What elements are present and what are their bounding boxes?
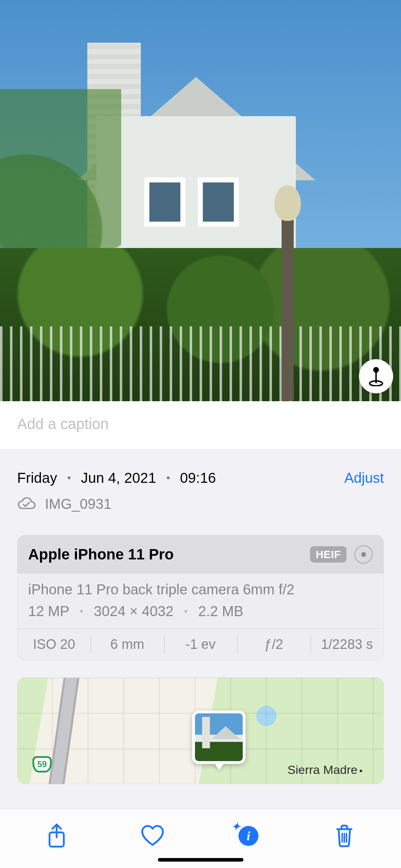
datetime-row: Friday Jun 4, 2021 09:16 Adjust	[17, 449, 384, 486]
photo-fence	[0, 326, 401, 401]
photo-preview[interactable]	[0, 0, 401, 401]
time-label: 09:16	[180, 470, 216, 486]
exif-strip: ISO 20 6 mm -1 ev ƒ/2 1/2283 s	[17, 629, 384, 660]
weekday-label: Friday	[17, 470, 57, 486]
separator-dot	[185, 610, 187, 613]
separator-dot	[68, 476, 71, 479]
info-panel[interactable]: Friday Jun 4, 2021 09:16 Adjust IMG_0931…	[0, 449, 401, 809]
lens-label: iPhone 11 Pro back triple camera 6mm f/2	[28, 582, 373, 598]
info-icon: ✦ i	[238, 826, 258, 846]
photo-window	[144, 177, 185, 227]
share-icon	[47, 823, 67, 849]
cloud-check-icon	[17, 497, 36, 511]
map-photo-pin[interactable]	[192, 711, 246, 764]
caption-input[interactable]	[17, 415, 384, 433]
shutter-label: 1/2283 s	[310, 629, 384, 660]
device-label: Apple iPhone 11 Pro	[28, 546, 174, 563]
info-button[interactable]: ✦ i	[227, 820, 270, 852]
photo-window	[198, 177, 239, 227]
camera-metadata-card: Apple iPhone 11 Pro HEIF iPhone 11 Pro b…	[17, 535, 384, 660]
sparkle-icon: ✦	[231, 820, 240, 833]
filesize-label: 2.2 MB	[198, 603, 243, 619]
svg-point-2	[373, 367, 379, 373]
file-name-label: IMG_0931	[45, 496, 112, 512]
format-badge: HEIF	[310, 546, 346, 563]
share-button[interactable]	[35, 820, 78, 852]
photo-lamp-post	[282, 194, 294, 401]
geo-pin-icon	[367, 366, 385, 386]
map-pin-tip	[214, 763, 224, 770]
camera-header: Apple iPhone 11 Pro HEIF	[17, 535, 384, 574]
separator-dot	[80, 610, 83, 613]
geolocation-button[interactable]	[359, 359, 393, 393]
dimensions-label: 3024 × 4032	[94, 603, 174, 619]
datetime-text: Friday Jun 4, 2021 09:16	[17, 470, 216, 486]
location-map[interactable]: 59 Sierra Madre	[17, 677, 384, 784]
map-pin-thumbnail	[195, 713, 243, 761]
trash-icon	[334, 824, 354, 848]
map-place-label: Sierra Madre	[287, 763, 362, 777]
heart-icon	[140, 825, 165, 847]
photo-lamp-head	[274, 185, 301, 221]
exposure-bias-label: -1 ev	[164, 629, 237, 660]
lens-icon	[354, 545, 373, 564]
file-row: IMG_0931	[17, 496, 384, 512]
caption-row	[0, 401, 401, 449]
separator-dot	[167, 476, 170, 479]
adjust-button[interactable]: Adjust	[344, 470, 384, 486]
iso-label: ISO 20	[17, 629, 91, 660]
date-label: Jun 4, 2021	[81, 470, 156, 486]
focal-length-label: 6 mm	[91, 629, 164, 660]
home-indicator[interactable]	[158, 858, 243, 862]
megapixels-label: 12 MP	[28, 603, 69, 619]
camera-body: iPhone 11 Pro back triple camera 6mm f/2…	[17, 574, 384, 629]
favorite-button[interactable]	[131, 820, 174, 852]
delete-button[interactable]	[323, 820, 366, 852]
aperture-label: ƒ/2	[237, 629, 310, 660]
image-stats: 12 MP 3024 × 4032 2.2 MB	[28, 603, 373, 619]
route-shield: 59	[32, 756, 52, 773]
